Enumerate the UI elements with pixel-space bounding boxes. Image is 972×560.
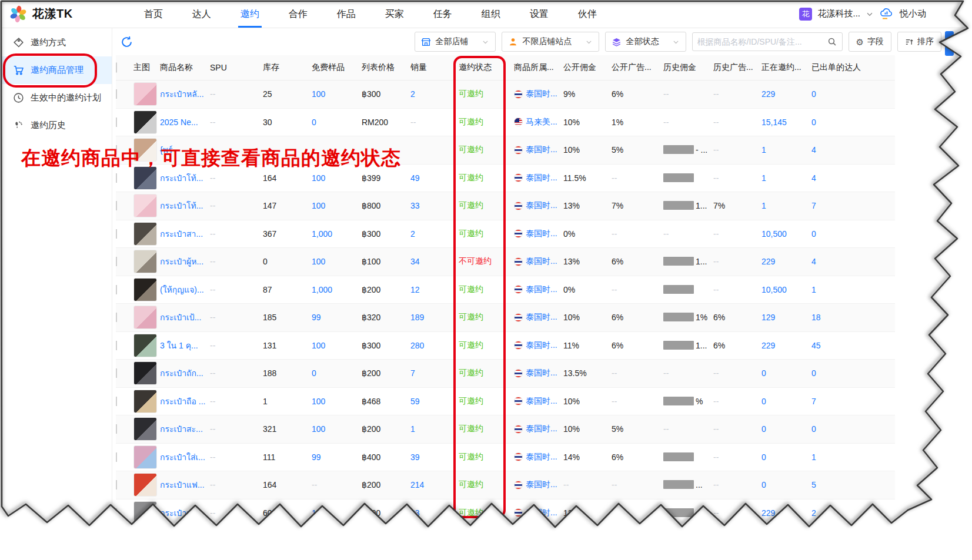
product-name-link[interactable]: กระเป๋าเป้... [160, 313, 201, 322]
store-name-link[interactable]: 泰国时... [526, 312, 557, 323]
product-name-link[interactable]: 2025 Ne... [160, 118, 198, 127]
inviting-count-link[interactable]: 0 [761, 397, 766, 406]
nav-item-1[interactable]: 首页 [142, 0, 165, 28]
product-thumbnail[interactable] [133, 166, 157, 190]
store-name-link[interactable]: 泰国时... [526, 368, 557, 378]
product-name-link[interactable]: กระเป๋าผู้ห... [160, 257, 203, 266]
product-thumbnail[interactable] [133, 110, 157, 134]
sales-value[interactable]: 39 [410, 452, 420, 462]
inviting-count-link[interactable]: 1 [761, 173, 766, 183]
filter-select-1[interactable]: 全部店铺 [415, 32, 496, 52]
cloud-app-icon[interactable] [879, 7, 894, 21]
chevron-down-icon[interactable] [866, 10, 874, 18]
product-thumbnail[interactable] [133, 194, 157, 217]
row-checkbox[interactable] [116, 480, 117, 489]
product-name-link[interactable]: {พร์ [160, 145, 172, 155]
nav-item-9[interactable]: 设置 [527, 0, 551, 28]
product-thumbnail[interactable] [133, 445, 157, 469]
product-thumbnail[interactable] [133, 361, 157, 385]
row-checkbox[interactable] [116, 508, 117, 518]
sales-value[interactable]: 59 [410, 397, 420, 406]
dealt-count-link[interactable]: 4 [811, 145, 816, 155]
store-name-link[interactable]: 泰国时... [526, 229, 557, 239]
free-sample-value[interactable]: 100 [312, 201, 325, 210]
inviting-count-link[interactable]: 0 [761, 368, 766, 378]
inviting-count-link[interactable]: 129 [761, 313, 775, 322]
row-checkbox[interactable] [116, 285, 117, 294]
store-name-link[interactable]: 泰国时... [526, 256, 557, 267]
nav-item-7[interactable]: 任务 [431, 0, 455, 28]
sidebar-item-4[interactable]: 邀约历史 [0, 112, 112, 139]
inviting-count-link[interactable]: 229 [761, 257, 775, 266]
product-thumbnail[interactable] [133, 278, 157, 301]
dealt-count-link[interactable]: 0 [811, 368, 816, 378]
sidebar-item-1[interactable]: 邀约方式 [0, 29, 112, 56]
product-name-link[interactable]: กระเป๋าสา... [160, 229, 203, 239]
dealt-count-link[interactable]: 1 [811, 285, 816, 294]
product-name-link[interactable]: กระเป๋าหูห... [160, 508, 204, 518]
free-sample-value[interactable]: 100 [312, 424, 325, 434]
store-name-link[interactable]: 泰国时... [526, 145, 557, 155]
nav-item-5[interactable]: 作品 [335, 0, 358, 28]
store-name-link[interactable]: 泰国时... [526, 173, 557, 183]
fields-button[interactable]: ⚙ 字段 [849, 32, 891, 52]
inviting-count-link[interactable]: 0 [761, 452, 766, 462]
dealt-count-link[interactable]: 0 [811, 89, 816, 99]
product-thumbnail[interactable] [133, 390, 157, 413]
store-name-link[interactable]: 泰国时... [526, 508, 557, 518]
sort-button[interactable]: 排序 [897, 32, 941, 52]
sales-value[interactable]: 49 [410, 173, 420, 183]
inviting-count-link[interactable]: 229 [761, 89, 775, 99]
free-sample-value[interactable]: 99 [312, 313, 321, 322]
dealt-count-link[interactable]: 0 [811, 118, 816, 127]
inviting-count-link[interactable]: 0 [761, 424, 766, 434]
inviting-count-link[interactable]: 229 [761, 508, 775, 518]
sales-value[interactable]: 34 [410, 257, 420, 266]
store-name-link[interactable]: 泰国时... [526, 200, 557, 211]
dealt-count-link[interactable]: 2 [811, 508, 816, 518]
product-thumbnail[interactable] [133, 138, 157, 162]
dealt-count-link[interactable]: 1 [811, 452, 816, 462]
partner-name[interactable]: 悦小动 [900, 8, 926, 19]
product-thumbnail[interactable] [133, 82, 157, 106]
product-thumbnail[interactable] [133, 222, 157, 246]
row-checkbox[interactable] [116, 452, 117, 462]
sales-value[interactable]: 2 [410, 89, 415, 99]
free-sample-value[interactable]: 100 [312, 341, 325, 350]
select-all-checkbox[interactable] [116, 62, 117, 73]
inviting-count-link[interactable]: 0 [761, 480, 766, 489]
sales-value[interactable]: 1 [410, 424, 415, 434]
sales-value[interactable]: 189 [410, 313, 424, 322]
row-checkbox[interactable] [116, 173, 117, 183]
row-checkbox[interactable] [116, 368, 117, 378]
sidebar-item-3[interactable]: 生效中的邀约计划 [0, 84, 112, 112]
sales-value[interactable]: 214 [410, 480, 424, 489]
nav-item-8[interactable]: 组织 [479, 0, 503, 28]
sales-value[interactable]: 23 [410, 508, 420, 518]
product-name-link[interactable]: กระเป๋าสะ... [160, 424, 203, 434]
product-name-link[interactable]: กระเป๋าใส่เ... [160, 452, 205, 462]
store-name-link[interactable]: 泰国时... [526, 424, 557, 434]
row-checkbox[interactable] [116, 257, 117, 266]
inviting-count-link[interactable]: 229 [761, 341, 775, 350]
company-name[interactable]: 花漾科技... [817, 8, 860, 19]
filter-select-3[interactable]: 全部状态 [605, 32, 686, 52]
inviting-count-link[interactable]: 15,145 [761, 118, 787, 127]
product-name-link[interactable]: กระเป๋าโท้... [160, 173, 203, 183]
row-checkbox[interactable] [116, 424, 117, 434]
inviting-count-link[interactable]: 1 [761, 145, 766, 155]
product-thumbnail[interactable] [133, 417, 157, 441]
dealt-count-link[interactable]: 5 [811, 480, 816, 489]
search-icon[interactable] [822, 37, 842, 46]
product-thumbnail[interactable] [133, 306, 157, 329]
nav-item-2[interactable]: 达人 [190, 0, 213, 28]
free-sample-value[interactable]: 99 [312, 452, 321, 462]
product-name-link[interactable]: 3 ใน 1 คุ... [160, 341, 198, 350]
product-name-link[interactable]: กระเป๋าถัก... [160, 368, 203, 378]
free-sample-value[interactable]: 100 [312, 89, 325, 99]
nav-item-4[interactable]: 合作 [286, 0, 310, 28]
row-checkbox[interactable] [116, 145, 117, 155]
dealt-count-link[interactable]: 0 [811, 424, 816, 434]
refresh-button[interactable] [121, 36, 133, 48]
free-sample-value[interactable]: 1,000 [312, 285, 332, 294]
